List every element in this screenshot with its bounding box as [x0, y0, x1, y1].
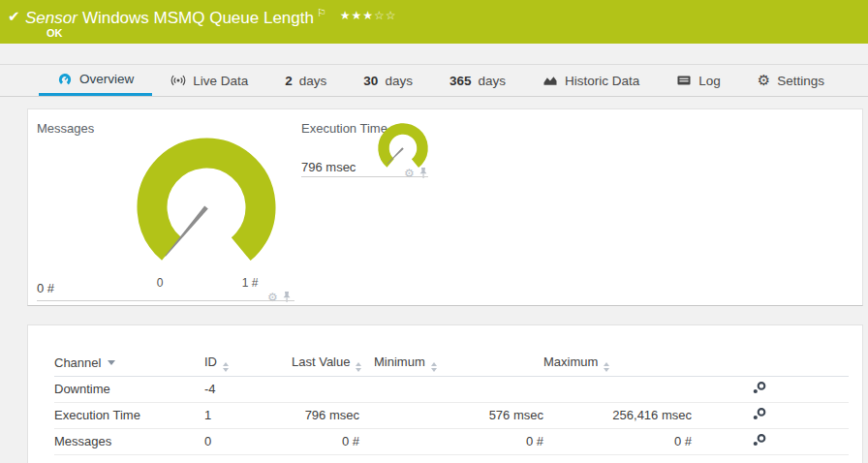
gauge-title-messages: Messages — [37, 121, 94, 136]
tab-number: 2 — [285, 74, 293, 88]
tab-live-data[interactable]: Live Data — [152, 65, 266, 96]
tab-settings[interactable]: ⚙ Settings — [739, 65, 843, 96]
tab-label: Settings — [777, 74, 824, 88]
channel-table: Channel ID Last Value Minimum Maximum — [54, 351, 849, 455]
gears-icon — [752, 381, 767, 394]
column-label: Maximum — [543, 355, 598, 369]
log-icon — [676, 73, 692, 88]
cell-id: 0 — [204, 428, 292, 454]
messages-gauge — [129, 132, 284, 287]
tab-label: days — [385, 74, 413, 88]
status-badge: OK — [46, 27, 63, 39]
tab-overview[interactable]: Overview — [39, 65, 152, 96]
tab-label: Live Data — [193, 74, 248, 88]
column-label: ID — [204, 355, 217, 369]
pin-icon[interactable] — [282, 291, 292, 303]
widget-divider — [301, 176, 428, 177]
sort-desc-icon — [108, 360, 115, 365]
widget-actions: ⚙ — [404, 167, 428, 179]
tab-log[interactable]: Log — [658, 65, 739, 96]
priority-stars[interactable]: ★★★☆☆ — [340, 9, 397, 22]
sensor-name: Windows MSMQ Queue Length — [82, 9, 314, 27]
cell-id: -4 — [204, 376, 292, 402]
cell-channel: Downtime — [54, 376, 204, 402]
gears-icon — [752, 407, 767, 420]
stars-empty: ☆☆ — [374, 9, 397, 22]
gauge-scale-start: 0 — [148, 276, 171, 290]
tab-365-days[interactable]: 365 days — [431, 65, 524, 96]
widget-actions: ⚙ — [267, 291, 292, 303]
table-row: Downtime -4 — [54, 376, 849, 402]
cell-maximum: 256,416 msec — [543, 402, 692, 428]
gauge-current-value: 0 # — [37, 281, 54, 295]
tab-label: days — [299, 74, 327, 88]
broadcast-icon — [170, 73, 186, 88]
channel-table-panel: Channel ID Last Value Minimum Maximum — [27, 324, 863, 463]
flag-icon[interactable]: ⚐ — [317, 7, 326, 19]
sort-icon — [223, 362, 229, 372]
area-chart-icon — [542, 73, 558, 88]
tab-number: 365 — [450, 74, 472, 88]
sensor-type-label: Sensor — [25, 9, 78, 27]
column-header-channel[interactable]: Channel — [54, 351, 204, 376]
column-header-minimum[interactable]: Minimum — [374, 351, 543, 376]
sensor-header: ✔ SensorWindows MSMQ Queue Length⚐★★★☆☆ … — [0, 0, 868, 44]
gear-icon: ⚙ — [758, 74, 770, 88]
cell-last-value: 796 msec — [292, 402, 374, 428]
channel-settings-button[interactable] — [752, 433, 767, 449]
tab-2-days[interactable]: 2 days — [266, 65, 345, 96]
cell-last-value: 0 # — [292, 428, 374, 454]
tab-label: Overview — [79, 72, 134, 86]
table-row: Messages 0 0 # 0 # 0 # — [54, 428, 849, 454]
column-header-actions — [692, 351, 849, 376]
page-title: SensorWindows MSMQ Queue Length⚐★★★☆☆ — [25, 7, 397, 28]
stars-filled: ★★★ — [340, 9, 374, 22]
column-label: Minimum — [374, 355, 425, 369]
status-check-icon: ✔ — [8, 8, 20, 25]
gauge-scale-end: 1 # — [233, 276, 266, 290]
tab-number: 30 — [363, 74, 378, 88]
sort-icon — [604, 362, 609, 372]
tab-30-days[interactable]: 30 days — [345, 65, 431, 96]
channel-settings-button[interactable] — [752, 407, 767, 423]
gauges-panel: Messages 0 1 # 0 # ⚙ Execution Time 796 … — [27, 108, 863, 306]
cell-channel: Messages — [54, 428, 204, 454]
column-label: Channel — [54, 355, 101, 370]
cell-channel: Execution Time — [54, 402, 204, 428]
column-header-id[interactable]: ID — [204, 351, 292, 376]
gauge-current-value: 796 msec — [301, 160, 356, 174]
gauge-icon — [57, 72, 73, 87]
tab-label: days — [478, 74, 506, 88]
sort-icon — [356, 362, 361, 372]
tab-historic-data[interactable]: Historic Data — [524, 65, 658, 96]
tab-bar: Overview Live Data 2 days 30 days 365 da… — [0, 64, 868, 97]
cell-maximum — [543, 376, 692, 402]
widget-divider — [37, 300, 294, 301]
tab-label: Historic Data — [565, 74, 639, 88]
tab-label: Log — [698, 74, 721, 88]
column-label: Last Value — [292, 355, 350, 369]
cell-minimum: 0 # — [374, 428, 543, 454]
table-row: Execution Time 1 796 msec 576 msec 256,4… — [54, 402, 849, 428]
table-header-row: Channel ID Last Value Minimum Maximum — [54, 351, 849, 376]
cell-id: 1 — [204, 402, 292, 428]
column-header-last-value[interactable]: Last Value — [292, 351, 374, 376]
sort-icon — [431, 362, 437, 372]
cell-minimum: 576 msec — [374, 402, 543, 428]
channel-settings-button[interactable] — [752, 381, 767, 397]
column-header-maximum[interactable]: Maximum — [543, 351, 692, 376]
cell-minimum — [374, 376, 543, 402]
cell-maximum: 0 # — [543, 428, 692, 454]
pin-icon[interactable] — [418, 167, 428, 179]
cell-last-value — [292, 376, 374, 402]
gears-icon — [752, 433, 767, 447]
